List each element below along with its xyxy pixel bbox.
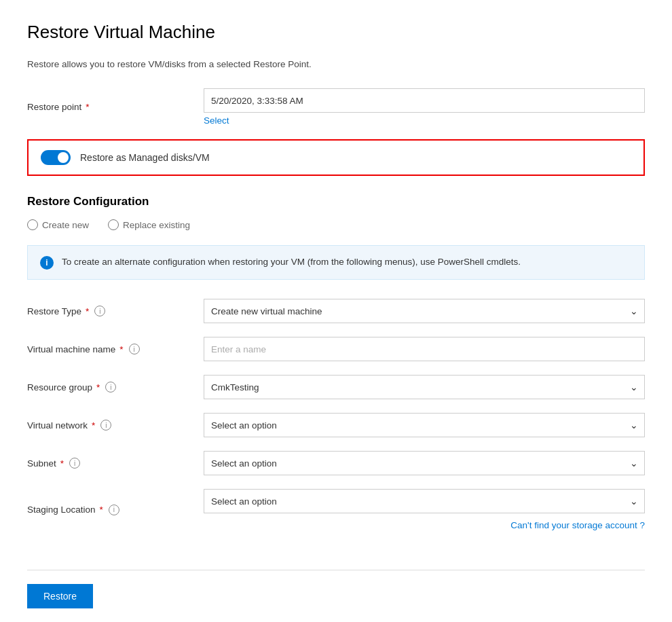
radio-create-new-input[interactable] bbox=[27, 219, 38, 230]
resource-group-field: CmkTesting ⌄ bbox=[204, 375, 645, 399]
vm-name-label: Virtual machine name* i bbox=[27, 344, 204, 354]
restore-point-label: Restore point* bbox=[27, 102, 204, 112]
select-restore-point-link[interactable]: Select bbox=[204, 115, 229, 126]
staging-location-row: Staging Location* i Select an option ⌄ C… bbox=[27, 489, 645, 530]
storage-link-wrapper: Can't find your storage account ? bbox=[204, 517, 645, 530]
vm-name-info-icon[interactable]: i bbox=[129, 344, 140, 354]
storage-account-link[interactable]: Can't find your storage account ? bbox=[510, 520, 645, 530]
page-title: Restore Virtual Machine bbox=[27, 22, 645, 43]
staging-location-select-wrapper: Select an option ⌄ bbox=[204, 489, 645, 513]
restore-config-title: Restore Configuration bbox=[27, 195, 645, 208]
radio-create-new[interactable]: Create new bbox=[27, 219, 89, 230]
restore-type-row: Restore Type* i Create new virtual machi… bbox=[27, 299, 645, 323]
toggle-label: Restore as Managed disks/VM bbox=[80, 152, 210, 163]
staging-location-select[interactable]: Select an option bbox=[204, 489, 645, 513]
staging-location-label: Staging Location* i bbox=[27, 505, 204, 515]
virtual-network-info-icon[interactable]: i bbox=[100, 420, 111, 431]
toggle-track[interactable] bbox=[41, 150, 71, 165]
restore-type-select-wrapper: Create new virtual machine ⌄ bbox=[204, 299, 645, 323]
restore-button[interactable]: Restore bbox=[27, 584, 93, 608]
restore-point-row: Restore point* Select bbox=[27, 88, 645, 126]
virtual-network-select[interactable]: Select an option bbox=[204, 413, 645, 437]
subnet-select[interactable]: Select an option bbox=[204, 451, 645, 475]
info-banner-text: To create an alternate configuration whe… bbox=[62, 255, 521, 269]
restore-type-label: Restore Type* i bbox=[27, 306, 204, 316]
radio-replace-existing[interactable]: Replace existing bbox=[108, 219, 190, 230]
info-banner-icon: i bbox=[40, 256, 54, 270]
subnet-label: Subnet* i bbox=[27, 458, 204, 469]
staging-location-field: Select an option ⌄ Can't find your stora… bbox=[204, 489, 645, 530]
vm-name-input[interactable] bbox=[204, 337, 645, 361]
vm-name-field bbox=[204, 337, 645, 361]
resource-group-select-wrapper: CmkTesting ⌄ bbox=[204, 375, 645, 399]
virtual-network-label: Virtual network* i bbox=[27, 420, 204, 431]
restore-type-info-icon[interactable]: i bbox=[94, 306, 105, 316]
vm-name-row: Virtual machine name* i bbox=[27, 337, 645, 361]
page-container: Restore Virtual Machine Restore allows y… bbox=[0, 0, 672, 622]
restore-point-field: Select bbox=[204, 88, 645, 126]
page-footer: Restore bbox=[27, 570, 645, 622]
subnet-field: Select an option ⌄ bbox=[204, 451, 645, 475]
radio-replace-existing-input[interactable] bbox=[108, 219, 119, 230]
virtual-network-field: Select an option ⌄ bbox=[204, 413, 645, 437]
virtual-network-row: Virtual network* i Select an option ⌄ bbox=[27, 413, 645, 437]
managed-disks-toggle-section[interactable]: Restore as Managed disks/VM bbox=[27, 139, 645, 176]
subnet-info-icon[interactable]: i bbox=[69, 458, 80, 469]
resource-group-select[interactable]: CmkTesting bbox=[204, 375, 645, 399]
toggle-thumb bbox=[58, 152, 69, 163]
resource-group-label: Resource group* i bbox=[27, 382, 204, 392]
restore-point-input[interactable] bbox=[204, 88, 645, 113]
virtual-network-select-wrapper: Select an option ⌄ bbox=[204, 413, 645, 437]
subnet-row: Subnet* i Select an option ⌄ bbox=[27, 451, 645, 475]
restore-type-field: Create new virtual machine ⌄ bbox=[204, 299, 645, 323]
resource-group-info-icon[interactable]: i bbox=[105, 382, 116, 392]
page-subtitle: Restore allows you to restore VM/disks f… bbox=[27, 59, 645, 69]
staging-location-info-icon[interactable]: i bbox=[109, 505, 119, 515]
subnet-select-wrapper: Select an option ⌄ bbox=[204, 451, 645, 475]
resource-group-row: Resource group* i CmkTesting ⌄ bbox=[27, 375, 645, 399]
info-banner: i To create an alternate configuration w… bbox=[27, 245, 645, 280]
restore-type-select[interactable]: Create new virtual machine bbox=[204, 299, 645, 323]
radio-group: Create new Replace existing bbox=[27, 219, 645, 230]
restore-configuration-section: Restore Configuration Create new Replace… bbox=[27, 195, 645, 544]
